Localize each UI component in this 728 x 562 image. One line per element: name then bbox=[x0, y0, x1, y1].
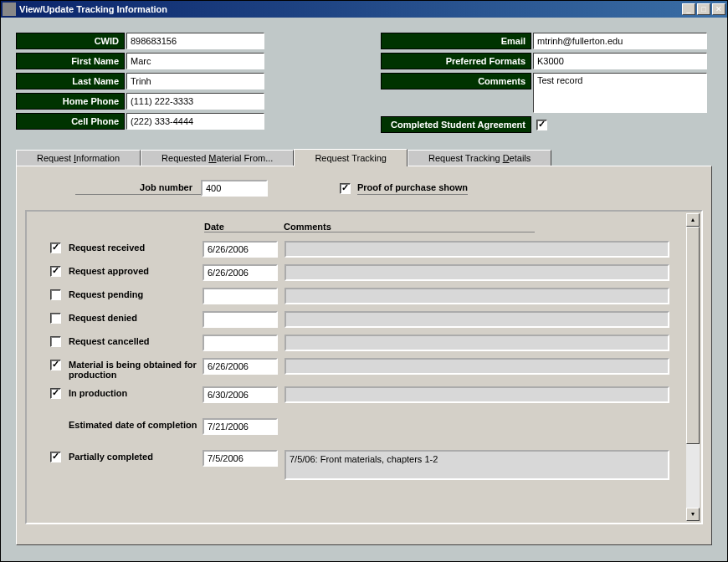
row-comment-field[interactable] bbox=[285, 288, 669, 304]
tab-label: Request Information bbox=[37, 153, 120, 163]
comments-column-header: Comments bbox=[284, 222, 535, 232]
row-comment-field[interactable] bbox=[285, 311, 669, 328]
row-checkbox[interactable] bbox=[50, 360, 61, 370]
last-name-label: Last Name bbox=[16, 73, 125, 89]
row-checkbox[interactable] bbox=[50, 289, 61, 300]
cwid-field[interactable] bbox=[126, 33, 264, 49]
row-date-field[interactable] bbox=[203, 335, 278, 351]
row-label: Request denied bbox=[69, 311, 203, 323]
minimize-button[interactable]: _ bbox=[682, 3, 695, 15]
tracking-row: Request denied bbox=[45, 311, 683, 328]
window-title: View/Update Tracking Information bbox=[19, 4, 680, 14]
close-button[interactable]: ✕ bbox=[712, 3, 725, 15]
comments-label: Comments bbox=[381, 73, 531, 89]
first-name-field[interactable] bbox=[126, 53, 264, 69]
row-label: In production bbox=[69, 386, 203, 398]
first-name-label: First Name bbox=[16, 53, 125, 69]
tab-panel: Job number Proof of purchase shown Date … bbox=[16, 166, 712, 545]
vertical-scrollbar[interactable]: ▴ ▾ bbox=[686, 213, 700, 521]
row-label: Material is being obtained for productio… bbox=[69, 358, 203, 380]
home-phone-field[interactable] bbox=[126, 93, 264, 110]
row-comment-field[interactable] bbox=[285, 335, 669, 351]
proof-label: Proof of purchase shown bbox=[357, 182, 468, 195]
job-number-field[interactable] bbox=[201, 180, 268, 197]
tracking-row: Partially completed7/5/06: Front materia… bbox=[45, 450, 683, 480]
maximize-button[interactable]: □ bbox=[697, 3, 710, 15]
row-label: Partially completed bbox=[69, 450, 203, 462]
grid-header: Date Comments bbox=[45, 222, 683, 232]
last-name-field[interactable] bbox=[126, 73, 264, 89]
row-date-field[interactable] bbox=[203, 358, 278, 375]
cell-phone-field[interactable] bbox=[126, 113, 264, 130]
row-label: Request pending bbox=[69, 288, 203, 299]
tab-request-tracking-details[interactable]: Request Tracking Details bbox=[408, 150, 551, 167]
scroll-thumb[interactable] bbox=[686, 227, 700, 444]
comments-field[interactable]: Test record bbox=[533, 73, 707, 113]
row-label: Estimated date of completion bbox=[69, 418, 203, 430]
tracking-grid: Date Comments Request receivedRequest ap… bbox=[25, 210, 703, 524]
row-label: Request cancelled bbox=[69, 335, 203, 346]
proof-checkbox[interactable] bbox=[340, 183, 351, 194]
proof-section: Proof of purchase shown bbox=[335, 182, 468, 195]
date-column-header: Date bbox=[204, 222, 284, 232]
agreement-checkbox[interactable] bbox=[536, 120, 547, 130]
formats-field[interactable] bbox=[533, 53, 707, 69]
row-checkbox[interactable] bbox=[50, 452, 61, 462]
tab-request-information[interactable]: Request Information bbox=[16, 150, 141, 167]
tracking-row: In production bbox=[45, 386, 683, 403]
home-phone-label: Home Phone bbox=[16, 93, 125, 110]
cell-phone-label: Cell Phone bbox=[16, 113, 125, 130]
row-checkbox[interactable] bbox=[50, 388, 61, 399]
titlebar: View/Update Tracking Information _ □ ✕ bbox=[1, 1, 727, 18]
tab-request-tracking[interactable]: Request Tracking bbox=[294, 149, 408, 166]
agreement-label: Completed Student Agreement bbox=[381, 116, 531, 133]
row-comment-field[interactable] bbox=[285, 241, 669, 258]
tracking-row: Request cancelled bbox=[45, 335, 683, 351]
content-area: CWID First Name Last Name Home Phone Cel… bbox=[1, 18, 727, 554]
row-label: Request received bbox=[69, 241, 203, 253]
tracking-row: Request received bbox=[45, 241, 683, 258]
job-number-row: Job number Proof of purchase shown bbox=[25, 180, 703, 197]
row-date-field[interactable] bbox=[203, 288, 278, 304]
tracking-row: Material is being obtained for productio… bbox=[45, 358, 683, 380]
tracking-row: Request approved bbox=[45, 264, 683, 281]
tab-requested-material-from[interactable]: Requested Material From... bbox=[141, 150, 294, 167]
row-checkbox[interactable] bbox=[50, 266, 61, 277]
tab-label: Requested Material From... bbox=[161, 153, 273, 163]
cwid-label: CWID bbox=[16, 33, 125, 49]
header-fields: CWID First Name Last Name Home Phone Cel… bbox=[16, 33, 712, 136]
row-comment-field[interactable]: 7/5/06: Front materials, chapters 1-2 bbox=[285, 450, 669, 480]
scroll-down-button[interactable]: ▾ bbox=[686, 508, 700, 521]
email-label: Email bbox=[381, 33, 531, 49]
formats-label: Preferred Formats bbox=[381, 53, 531, 69]
tab-strip: Request Information Requested Material F… bbox=[16, 148, 712, 166]
app-icon bbox=[3, 3, 16, 16]
window: View/Update Tracking Information _ □ ✕ C… bbox=[0, 0, 728, 562]
row-comment-field[interactable] bbox=[285, 386, 669, 403]
row-comment-field[interactable] bbox=[285, 264, 669, 281]
row-date-field[interactable] bbox=[203, 418, 278, 435]
row-date-field[interactable] bbox=[203, 311, 278, 328]
grid-rows: Request receivedRequest approvedRequest … bbox=[45, 241, 683, 480]
row-date-field[interactable] bbox=[203, 386, 278, 403]
row-checkbox[interactable] bbox=[50, 243, 61, 253]
row-date-field[interactable] bbox=[203, 241, 278, 258]
row-date-field[interactable] bbox=[203, 264, 278, 281]
row-date-field[interactable] bbox=[203, 450, 278, 467]
job-number-label: Job number bbox=[75, 182, 201, 195]
row-checkbox[interactable] bbox=[50, 313, 61, 324]
tab-label: Request Tracking Details bbox=[428, 153, 531, 163]
row-label: Request approved bbox=[69, 264, 203, 276]
row-checkbox[interactable] bbox=[50, 336, 61, 347]
email-field[interactable] bbox=[533, 33, 707, 49]
row-comment-field[interactable] bbox=[285, 358, 669, 375]
scroll-up-button[interactable]: ▴ bbox=[686, 213, 700, 227]
tracking-row: Request pending bbox=[45, 288, 683, 304]
tracking-row: Estimated date of completion bbox=[45, 418, 683, 435]
